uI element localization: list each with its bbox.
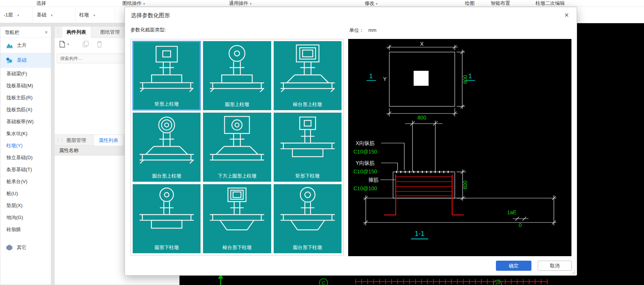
tile-circle-top-pier[interactable]: 圆形上柱墩 — [203, 41, 271, 110]
tile-label: 圆形下柱墩 — [133, 244, 200, 251]
sidebar-item-raft-main-rebar[interactable]: 筏板主筋(R) — [0, 92, 51, 104]
tile-label: 矩形下柱墩 — [274, 173, 341, 179]
sidebar-item-sump-pit[interactable]: 集水坑(K) — [0, 128, 51, 140]
tile-square-circle-top-pier[interactable]: 下方上圆形上柱墩 — [203, 112, 271, 182]
chevron-down-icon: ▾ — [376, 2, 378, 6]
foundation-icon — [6, 57, 13, 64]
chevron-down-icon: ▾ — [51, 13, 53, 17]
chevron-down-icon: ▾ — [93, 13, 95, 17]
top-menu-bar: 选择 图纸操作▾ 通用操作▾ 修改▾ 绘图 智能布置 柱墩二次编辑 — [0, 0, 644, 7]
tile-rect-top-pier[interactable]: 矩形上柱墩 — [132, 41, 201, 110]
sidebar-item-raft-negative-rebar[interactable]: 筏板负筋(X) — [0, 104, 51, 116]
tile-label: 矩形上柱墩 — [133, 101, 200, 107]
close-icon[interactable]: × — [562, 10, 571, 20]
sidebar-item-pile-cap[interactable]: 桩承台(V) — [0, 176, 51, 188]
section-mark-right: 1 — [468, 73, 472, 80]
delete-icon[interactable] — [96, 41, 102, 49]
menu-pier-secondary-edit[interactable]: 柱墩二次编辑 — [536, 0, 565, 7]
tile-label: 圆形上柱墩 — [203, 101, 271, 108]
sidebar-item-other[interactable]: 其它 — [0, 240, 51, 255]
tile-cone-bottom-pier[interactable]: 圆台形下柱墩 — [273, 184, 342, 254]
section-type-label: 参数化截面类型: — [131, 27, 166, 33]
parametric-graphic-dialog: 选择参数化图形 × 参数化截面类型: 单位：mm 矩形上柱墩 — [125, 7, 577, 276]
navigation-header: 导航栏 × — [0, 27, 51, 38]
resize-grip[interactable] — [571, 270, 576, 274]
sidebar-item-trench[interactable]: 地沟(G) — [0, 212, 51, 224]
chevron-down-icon: ▾ — [143, 2, 145, 6]
tile-label: 圆台形下柱墩 — [274, 244, 341, 251]
new-component-icon[interactable] — [59, 41, 65, 49]
tile-drawing — [203, 114, 271, 172]
rebar-callout: C — [322, 280, 325, 285]
sidebar-item-column-pier[interactable]: 柱墩(Y) — [0, 140, 51, 152]
tile-label: 圆台形上柱墩 — [133, 173, 200, 179]
tile-drawing — [274, 114, 341, 172]
tile-drawing — [203, 43, 271, 100]
x-rebar-label: X向纵筋 — [356, 140, 375, 146]
y-rebar-value: C10@150 — [353, 169, 377, 175]
stirrup-label: 箍筋 — [368, 177, 379, 183]
tile-prism-bottom-pier[interactable]: 棱台形下柱墩 — [203, 184, 271, 254]
section-type-grid: 矩形上柱墩 圆形上柱墩 — [131, 39, 344, 255]
navigation-panel: 导航栏 × 土方 基础 基础梁(F) 筏板基础(M) 筏板主筋(R) 筏板负筋(… — [0, 26, 51, 285]
anchor-label: 1aE — [507, 209, 516, 215]
menu-draw[interactable]: 绘图 — [465, 0, 475, 7]
sidebar-item-foundation-slab-strip[interactable]: 基础板带(W) — [0, 116, 51, 128]
dim-800-bottom: 800 — [417, 115, 426, 121]
tab-property-list[interactable]: 属性列表 — [94, 135, 123, 146]
search-input[interactable] — [57, 54, 132, 63]
dim-x-label: X — [420, 41, 424, 47]
menu-modify[interactable]: 修改▾ — [365, 0, 378, 7]
chevron-down-icon[interactable]: ▾ — [67, 42, 69, 46]
menu-smart-layout[interactable]: 智能布置 — [491, 0, 510, 7]
element-dropdown[interactable]: 柱墩▾ — [76, 7, 115, 23]
sidebar-item-strip-foundation[interactable]: 条形基础(T) — [0, 164, 51, 176]
tile-rect-bottom-pier[interactable]: 矩形下柱墩 — [273, 112, 342, 182]
tile-circle-bottom-pier[interactable]: 圆形下柱墩 — [132, 184, 201, 254]
tile-drawing — [133, 114, 200, 172]
navigation-title: 导航栏 — [5, 30, 19, 35]
sidebar-item-independent-foundation[interactable]: 独立基础(D) — [0, 152, 51, 164]
tile-cone-top-pier[interactable]: 圆台形上柱墩 — [132, 112, 201, 182]
level-dropdown[interactable]: -1层▾ — [0, 7, 33, 23]
chevron-down-icon: ▾ — [250, 2, 252, 6]
tab-layer-management[interactable]: 图层管理 — [62, 135, 91, 146]
pier-plan-core — [414, 71, 429, 86]
tab-drawing-management[interactable]: 图纸管理 — [96, 27, 124, 38]
sidebar-item-raft-foundation[interactable]: 筏板基础(M) — [0, 80, 51, 92]
hook-dim-label: 0 — [519, 222, 522, 228]
menu-select[interactable]: 选择 — [36, 0, 46, 7]
close-icon[interactable]: × — [45, 27, 48, 38]
tile-drawing — [133, 43, 200, 100]
component-toolbar: ▾ — [55, 38, 133, 51]
other-icon — [6, 244, 13, 251]
tab-component-list[interactable]: 构件列表 — [62, 27, 91, 38]
rebar-callout: C — [496, 282, 499, 285]
section-preview: 1 1 1-1 X Y X向纵筋 Y向纵筋 箍筋 800 800 600 C10… — [348, 39, 571, 256]
sidebar-item-cushion[interactable]: 垫层(X) — [0, 200, 51, 212]
cancel-button[interactable]: 取消 — [538, 261, 572, 271]
tile-label: 下方上圆形上柱墩 — [203, 173, 271, 179]
copy-icon[interactable] — [82, 41, 89, 49]
dim-y-label: Y — [383, 76, 387, 82]
unit-label: 单位：mm — [349, 27, 377, 34]
tile-prism-top-pier[interactable]: 棱台形上柱墩 — [273, 41, 342, 110]
dim-600: 600 — [462, 181, 468, 190]
sidebar-item-foundation-beam[interactable]: 基础梁(F) — [0, 68, 51, 80]
ok-button[interactable]: 确定 — [496, 261, 531, 271]
dialog-title: 选择参数化图形 — [131, 12, 170, 19]
preview-drawing: 1 1 1-1 X Y X向纵筋 Y向纵筋 箍筋 800 800 600 C10… — [348, 39, 571, 256]
unit-value: mm — [368, 27, 377, 33]
section-mark-left: 1 — [369, 73, 372, 80]
sidebar-item-foundation[interactable]: 基础 — [0, 53, 51, 68]
menu-common-ops[interactable]: 通用操作▾ — [229, 0, 252, 7]
chevron-down-icon: ▾ — [18, 13, 19, 17]
sidebar-item-pile[interactable]: 桩(U) — [0, 188, 51, 200]
sidebar-item-earthwork[interactable]: 土方 — [0, 38, 51, 53]
category-dropdown[interactable]: 基础▾ — [33, 7, 76, 23]
menu-drawing-ops[interactable]: 图纸操作▾ — [122, 0, 145, 7]
sidebar-item-brick-formwork[interactable]: 砖胎膜 — [0, 224, 51, 236]
section-name: 1-1 — [415, 230, 424, 237]
stirrup-value: C10@100 — [353, 185, 377, 191]
tile-drawing — [274, 186, 341, 243]
